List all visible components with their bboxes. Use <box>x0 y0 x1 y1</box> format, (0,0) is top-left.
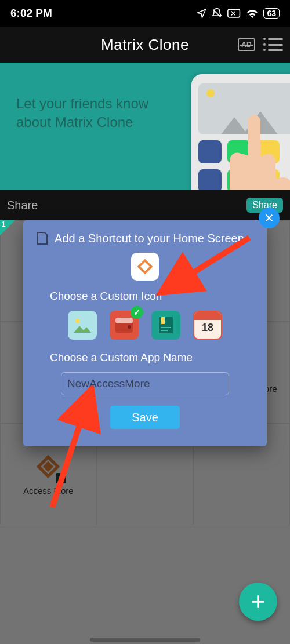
add-shortcut-modal: Add a Shortcut to your Home Screen Choos… <box>23 220 267 446</box>
icon-option-book[interactable] <box>151 311 180 340</box>
svg-point-4 <box>128 325 131 329</box>
close-button[interactable] <box>259 208 280 228</box>
menu-list-icon[interactable] <box>268 38 283 51</box>
svg-rect-7 <box>161 327 171 328</box>
calendar-header-icon <box>194 312 221 320</box>
promo-banner[interactable]: Let your friends know about Matrix Clone <box>0 63 290 190</box>
status-icons: 63 <box>196 8 280 19</box>
svg-point-1 <box>75 319 80 323</box>
save-button[interactable]: Save <box>110 406 180 429</box>
battery-saver-icon <box>227 9 241 18</box>
icon-option-calendar[interactable]: 18 <box>193 311 222 340</box>
current-app-icon <box>131 253 159 281</box>
silent-icon <box>211 8 223 19</box>
choose-name-label: Choose a Custom App Name <box>50 351 254 364</box>
shortcut-outline-icon <box>36 231 49 246</box>
svg-rect-3 <box>115 318 133 323</box>
icon-picker-row: 18 <box>36 311 254 340</box>
icon-option-gallery[interactable] <box>68 311 97 340</box>
wifi-icon <box>246 8 259 19</box>
app-name-input[interactable] <box>61 372 229 395</box>
promo-text: Let your friends know about Matrix Clone <box>16 94 148 132</box>
add-fab[interactable] <box>239 583 277 621</box>
choose-icon-label: Choose a Custom Icon <box>50 290 254 303</box>
app-title: Matrix Clone <box>101 36 189 54</box>
svg-rect-6 <box>161 317 165 324</box>
home-indicator[interactable] <box>90 638 200 642</box>
share-bar: Share Share <box>0 190 290 220</box>
status-bar: 6:02 PM 63 <box>0 0 290 27</box>
no-ads-icon[interactable]: AD <box>238 38 255 51</box>
location-icon <box>196 8 206 19</box>
gallery-icon <box>72 316 92 334</box>
icon-option-wallet[interactable] <box>110 311 139 340</box>
app-header: Matrix Clone AD <box>0 27 290 63</box>
book-icon <box>157 315 175 335</box>
hand-pointer-icon <box>209 109 290 190</box>
calendar-day: 18 <box>202 322 213 334</box>
modal-title: Add a Shortcut to your Home Screen <box>55 232 244 245</box>
svg-rect-8 <box>161 330 168 331</box>
clock: 6:02 PM <box>10 7 52 20</box>
wallet-icon <box>114 316 134 334</box>
close-icon <box>264 213 274 223</box>
battery-icon: 63 <box>263 8 280 19</box>
share-label: Share <box>7 199 38 212</box>
plus-icon <box>249 592 267 611</box>
